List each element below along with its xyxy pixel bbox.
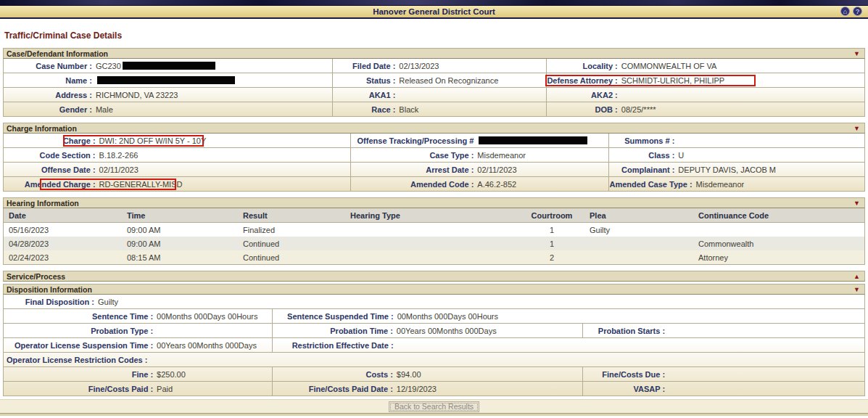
field-label: Fine : (4, 370, 157, 379)
field-value: U (678, 151, 684, 160)
field-value: GC230 (96, 62, 215, 70)
field-costs: Costs : $94.00 (272, 367, 582, 381)
field-restriction-effective-date: Restriction Effective Date : (272, 338, 864, 352)
field-label: Amended Code : (351, 180, 477, 189)
field-label: DOB : (547, 105, 621, 114)
section-header-charge[interactable]: Charge Information ▼ (3, 123, 865, 134)
field-value (477, 136, 587, 144)
section-header-hearing[interactable]: Hearing Information ▼ (3, 197, 865, 208)
field-value: 00Months 000Days 00Hours (157, 312, 257, 321)
field-label: Sentence Suspended Time : (273, 312, 397, 321)
info-row: Operator License Restriction Codes : (4, 352, 864, 366)
field-value: 02/13/2023 (399, 62, 439, 70)
section-title: Charge Information (7, 124, 77, 133)
field-label: Probation Time : (273, 327, 397, 335)
field-value: 00Years 00Months 000Days (157, 341, 257, 350)
field-aka2: AKA2 : (546, 88, 864, 102)
home-icon[interactable]: ⌂ (840, 7, 850, 16)
field-label: Amended Charge : (4, 180, 99, 189)
field-locality: Locality : COMMONWEALTH OF VA (546, 59, 864, 73)
field-amended-case-type: Amended Case Type : Misdemeanor (608, 177, 864, 191)
field-label: AKA2 : (547, 91, 621, 99)
field-label: Locality : (547, 62, 621, 70)
field-label: Amended Case Type : (609, 180, 695, 189)
field-sentence-time: Sentence Time : 00Months 000Days 00Hours (4, 309, 272, 323)
field-label: Operator License Restriction Codes : (4, 356, 151, 364)
court-title: Hanover General District Court (373, 7, 495, 16)
field-label: Offense Date : (4, 165, 99, 174)
field-label: Fine/Costs Due : (583, 370, 669, 379)
hearing-cell-result: Continued (238, 250, 345, 264)
field-value: COMMONWEALTH OF VA (621, 62, 717, 70)
field-value (96, 76, 235, 84)
field-offense-date: Offense Date : 02/11/2023 (4, 163, 350, 176)
info-row: Address : RICHMOND, VA 23223 AKA1 : AKA2… (4, 87, 864, 102)
field-value: 12/19/2023 (397, 385, 437, 393)
field-defense-attorney: Defense Attorney : SCHMIDT-ULRICH, PHILI… (546, 73, 864, 87)
field-label: Name : (4, 76, 96, 85)
field-vasap: VASAP : (582, 382, 864, 396)
hearing-cell-date: 04/28/2023 (4, 237, 122, 250)
section-header-disposition[interactable]: Disposition Information ▼ (3, 284, 865, 295)
section-service-process: Service/Process ▲ (3, 271, 865, 282)
column-header-result: Result (238, 208, 345, 222)
hearing-cell-continuance: Commonwealth (693, 237, 864, 250)
field-label: Gender : (4, 105, 96, 114)
section-header-service-process[interactable]: Service/Process ▲ (3, 271, 865, 282)
field-value: 00Years 00Months 000Days (397, 327, 497, 335)
section-body: Final Disposition : Guilty Sentence Time… (3, 295, 865, 396)
field-label: Probation Type : (4, 327, 157, 335)
field-label: Complainant : (609, 165, 678, 174)
field-gender: Gender : Male (4, 102, 332, 116)
field-label: Case Type : (351, 151, 477, 160)
info-row: Charge : DWI: 2ND OFF W/IN 5Y - 10Y Offe… (4, 134, 864, 147)
field-label: Race : (333, 105, 399, 114)
field-filed-date: Filed Date : 02/13/2023 (332, 59, 545, 73)
field-probation-starts: Probation Starts : (582, 324, 864, 337)
section-header-case-defendant[interactable]: Case/Defendant Information ▼ (3, 48, 865, 59)
field-value: A.46.2-852 (477, 180, 516, 189)
help-icon[interactable]: ? (853, 7, 862, 16)
field-label: VASAP : (583, 385, 669, 393)
field-case-type: Case Type : Misdemeanor (350, 148, 608, 162)
field-value: Paid (157, 385, 173, 393)
field-label: Sentence Time : (4, 312, 157, 321)
section-body: Charge : DWI: 2ND OFF W/IN 5Y - 10Y Offe… (3, 134, 865, 192)
field-final-disposition: Final Disposition : Guilty (4, 295, 864, 308)
hearing-cell-date: 02/24/2023 (4, 250, 122, 264)
field-label: Arrest Date : (351, 165, 477, 174)
field-value: RICHMOND, VA 23223 (96, 91, 178, 99)
info-row: Code Section : B.18.2-266 Case Type : Mi… (4, 147, 864, 162)
field-value: 00Months 000Days 00Hours (397, 312, 498, 321)
field-value: Misdemeanor (477, 151, 526, 160)
field-label: Code Section : (4, 151, 99, 160)
field-dob: DOB : 08/25/**** (546, 102, 864, 116)
field-value: B.18.2-266 (99, 151, 139, 160)
column-header-hearing-type: Hearing Type (345, 208, 519, 222)
collapse-arrow-icon: ▼ (853, 285, 860, 295)
field-fine-costs-paid-date: Fine/Costs Paid Date : 12/19/2023 (272, 382, 582, 396)
info-row: Fine : $250.00 Costs : $94.00 Fine/Costs… (4, 366, 864, 381)
back-to-search-results-button[interactable]: Back to Search Results (389, 401, 479, 412)
hearing-header-row: Date Time Result Hearing Type Courtroom … (4, 208, 864, 223)
field-fine: Fine : $250.00 (4, 367, 272, 381)
info-row: Gender : Male Race : Black DOB : 08/25/*… (4, 102, 864, 116)
field-label: AKA1 : (333, 91, 399, 99)
column-header-courtroom: Courtroom (519, 208, 584, 222)
info-row: Name : Status : Released On Recognizance… (4, 73, 864, 87)
info-row: Fine/Costs Paid : Paid Fine/Costs Paid D… (4, 381, 864, 396)
hearing-cell-plea (584, 250, 693, 264)
field-label: Defense Attorney : (547, 76, 621, 85)
field-label: Offense Tracking/Processing # (351, 136, 477, 145)
banner-image (0, 0, 868, 5)
hearing-cell-time: 09:00 AM (122, 237, 238, 250)
section-hearing: Hearing Information ▼ Date Time Result H… (3, 197, 865, 265)
info-row: Case Number : GC230 Filed Date : 02/13/2… (4, 59, 864, 73)
field-charge: Charge : DWI: 2ND OFF W/IN 5Y - 10Y (4, 134, 350, 147)
hearing-cell-type (345, 237, 519, 250)
field-label: Address : (4, 91, 96, 99)
field-label: Final Disposition : (4, 298, 98, 306)
hearing-cell-courtroom: 1 (519, 237, 584, 250)
field-name: Name : (4, 73, 332, 87)
info-row: Sentence Time : 00Months 000Days 00Hours… (4, 308, 864, 323)
